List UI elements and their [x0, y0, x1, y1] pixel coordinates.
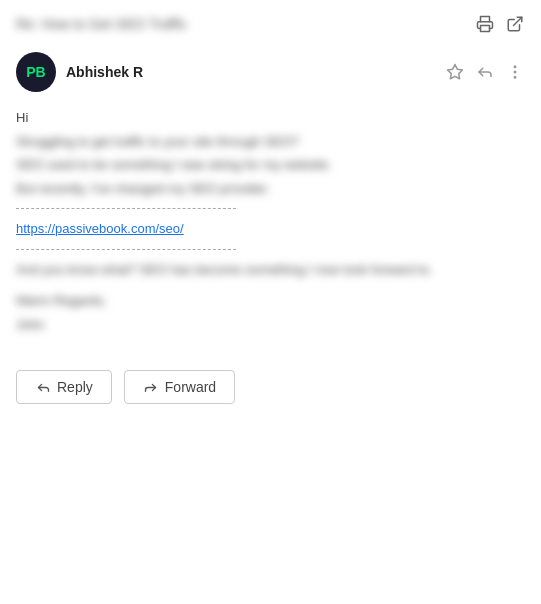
forward-label: Forward — [165, 379, 216, 395]
svg-point-5 — [514, 77, 516, 79]
svg-marker-2 — [448, 65, 463, 79]
svg-point-3 — [514, 66, 516, 68]
svg-rect-0 — [481, 26, 490, 32]
email-header: Re: How to Get SEO Traffic — [0, 0, 541, 44]
signature: John — [16, 315, 525, 335]
seo-link[interactable]: https://passivebook.com/seo/ — [16, 221, 184, 236]
svg-point-4 — [514, 71, 516, 73]
body-line3: But recently, I've changed my SEO provid… — [16, 179, 525, 199]
body-line1: Struggling to get traffic to your site t… — [16, 132, 525, 152]
forward-btn-icon — [143, 379, 159, 395]
popout-icon[interactable] — [505, 14, 525, 34]
body-line4: And you know what? SEO has become someth… — [16, 260, 525, 280]
divider-bottom — [16, 249, 236, 250]
reply-icon[interactable] — [475, 62, 495, 82]
divider-top — [16, 208, 236, 209]
email-subject: Re: How to Get SEO Traffic — [16, 16, 475, 32]
reply-label: Reply — [57, 379, 93, 395]
sender-actions — [445, 62, 525, 82]
link-line: https://passivebook.com/seo/ — [16, 219, 525, 239]
reply-button[interactable]: Reply — [16, 370, 112, 404]
email-body: Hi Struggling to get traffic to your sit… — [0, 102, 541, 354]
reply-btn-icon — [35, 379, 51, 395]
print-icon[interactable] — [475, 14, 495, 34]
svg-line-1 — [514, 17, 522, 25]
header-icons — [475, 14, 525, 34]
star-icon[interactable] — [445, 62, 465, 82]
body-line2: SEO used to be something I was doing for… — [16, 155, 525, 175]
forward-button[interactable]: Forward — [124, 370, 235, 404]
action-buttons: Reply Forward — [0, 354, 541, 424]
avatar: PB — [16, 52, 56, 92]
warm-regards: Warm Regards, — [16, 291, 525, 311]
sender-row: PB Abhishek R — [0, 44, 541, 102]
email-container: Re: How to Get SEO Traffic PB Abh — [0, 0, 541, 604]
more-icon[interactable] — [505, 62, 525, 82]
greeting-line: Hi — [16, 108, 525, 128]
sender-name: Abhishek R — [66, 64, 143, 80]
sender-left: PB Abhishek R — [16, 52, 143, 92]
